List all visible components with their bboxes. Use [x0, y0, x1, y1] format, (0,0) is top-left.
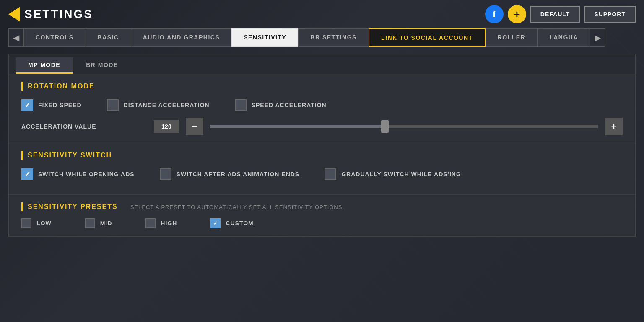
decrease-button[interactable]: −: [186, 118, 203, 135]
preset-high-item: HIGH: [145, 218, 177, 228]
facebook-button[interactable]: f: [485, 5, 504, 23]
fixed-speed-label: FIXED SPEED: [38, 102, 82, 108]
slider-track[interactable]: [210, 125, 598, 128]
section-bar-icon-3: [21, 202, 23, 211]
speed-accel-checkbox[interactable]: [235, 99, 247, 111]
switch-after-ads-label: SWITCH AFTER ADS ANIMATION ENDS: [177, 171, 300, 178]
switch-opening-ads-item: SWITCH WHILE OPENING ADS: [21, 168, 135, 180]
sub-tab-mp-mode[interactable]: MP MODE: [16, 57, 73, 74]
preset-high-checkbox[interactable]: [145, 218, 156, 228]
speed-accel-item: SPEED ACCELERATION: [235, 99, 327, 111]
header-actions: f + DEFAULT SUPPORT: [485, 5, 636, 23]
gradually-switch-checkbox[interactable]: [325, 168, 336, 180]
fixed-speed-item: FIXED SPEED: [21, 99, 82, 111]
switch-opening-ads-checkbox[interactable]: [21, 168, 33, 180]
distance-accel-item: DISTANCE ACCELERATION: [107, 99, 210, 111]
sensitivity-switch-label: SENSITIVITY SWITCH: [28, 152, 112, 159]
plus-icon: +: [514, 8, 520, 21]
fixed-speed-checkbox[interactable]: [21, 99, 33, 111]
presets-header: SENSITIVITY PRESETS SELECT A PRESET TO A…: [21, 202, 623, 211]
page-title: SETTINGS: [24, 8, 93, 21]
slider-thumb[interactable]: [381, 120, 389, 133]
tab-controls[interactable]: CONTROLS: [23, 28, 86, 47]
speed-accel-label: SPEED ACCELERATION: [252, 102, 327, 108]
gradually-switch-label: GRADUALLY SWITCH WHILE ADS'ING: [341, 171, 461, 178]
rotation-mode-label: ROTATION MODE: [28, 82, 95, 90]
preset-hint-text: SELECT A PRESET TO AUTOMATICALLY SET ALL…: [130, 204, 344, 210]
preset-mid-label: MID: [100, 220, 112, 227]
preset-mid-checkbox[interactable]: [85, 218, 95, 228]
tab-audio-graphics[interactable]: AUDIO AND GRAPHICS: [131, 28, 232, 47]
acceleration-value-row: ACCELERATION VALUE 120 − +: [21, 118, 623, 135]
sub-tab-br-mode[interactable]: BR MODE: [73, 57, 131, 74]
tab-sensitivity[interactable]: SENSITIVITY: [231, 28, 298, 47]
distance-accel-checkbox[interactable]: [107, 99, 119, 111]
preset-low-item: LOW: [21, 218, 52, 228]
section-bar-icon-2: [21, 151, 23, 160]
sensitivity-switch-section: SENSITIVITY SWITCH SWITCH WHILE OPENING …: [9, 143, 635, 195]
preset-mid-item: MID: [85, 218, 112, 228]
switch-opening-ads-label: SWITCH WHILE OPENING ADS: [38, 171, 135, 178]
presets-title-group: SENSITIVITY PRESETS: [21, 202, 118, 211]
nav-right-arrow[interactable]: ▶: [590, 28, 605, 47]
back-arrow-icon: [8, 7, 20, 22]
add-button[interactable]: +: [508, 5, 526, 23]
sensitivity-presets-section: SENSITIVITY PRESETS SELECT A PRESET TO A…: [9, 195, 635, 236]
tab-roller[interactable]: ROLLER: [486, 28, 538, 47]
preset-custom-item: CUSTOM: [210, 218, 253, 228]
preset-high-label: HIGH: [161, 220, 177, 227]
nav-tabs: ◀ CONTROLS BASIC AUDIO AND GRAPHICS SENS…: [8, 28, 636, 47]
increase-button[interactable]: +: [605, 118, 623, 135]
rotation-options-row: FIXED SPEED DISTANCE ACCELERATION SPEED …: [21, 99, 623, 111]
preset-low-checkbox[interactable]: [21, 218, 31, 228]
preset-custom-checkbox[interactable]: [210, 218, 221, 228]
tab-br-settings[interactable]: BR SETTINGS: [298, 28, 369, 47]
default-button[interactable]: DEFAULT: [530, 6, 580, 23]
facebook-icon: f: [493, 9, 496, 20]
switch-after-ads-checkbox[interactable]: [160, 168, 171, 180]
rotation-mode-title: ROTATION MODE: [21, 82, 623, 91]
presets-options-row: LOW MID HIGH CUSTOM: [21, 218, 623, 228]
tab-link-social[interactable]: LINK TO SOCIAL ACCOUNT: [369, 28, 486, 47]
preset-low-label: LOW: [36, 220, 52, 227]
sub-tabs: MP MODE BR MODE: [9, 54, 635, 74]
acceleration-value-display: 120: [154, 120, 179, 133]
back-button[interactable]: SETTINGS: [8, 7, 93, 22]
section-bar-icon: [21, 82, 23, 91]
acceleration-value-label: ACCELERATION VALUE: [21, 123, 147, 130]
sensitivity-switch-title: SENSITIVITY SWITCH: [21, 151, 623, 160]
tab-language[interactable]: LANGUA: [537, 28, 590, 47]
rotation-mode-section: ROTATION MODE FIXED SPEED DISTANCE ACCEL…: [9, 74, 635, 143]
header: SETTINGS f + DEFAULT SUPPORT: [8, 5, 636, 23]
gradually-switch-item: GRADUALLY SWITCH WHILE ADS'ING: [325, 168, 461, 180]
preset-custom-label: CUSTOM: [226, 220, 253, 227]
tab-basic[interactable]: BASIC: [86, 28, 131, 47]
switch-after-ads-item: SWITCH AFTER ADS ANIMATION ENDS: [160, 168, 300, 180]
support-button[interactable]: SUPPORT: [584, 6, 636, 23]
sensitivity-presets-label: SENSITIVITY PRESETS: [28, 203, 118, 211]
switch-options-row: SWITCH WHILE OPENING ADS SWITCH AFTER AD…: [21, 168, 623, 180]
distance-accel-label: DISTANCE ACCELERATION: [124, 102, 210, 108]
content-area: MP MODE BR MODE ROTATION MODE FIXED SPEE…: [8, 54, 636, 237]
nav-left-arrow[interactable]: ◀: [8, 28, 23, 47]
slider-fill: [210, 125, 385, 128]
